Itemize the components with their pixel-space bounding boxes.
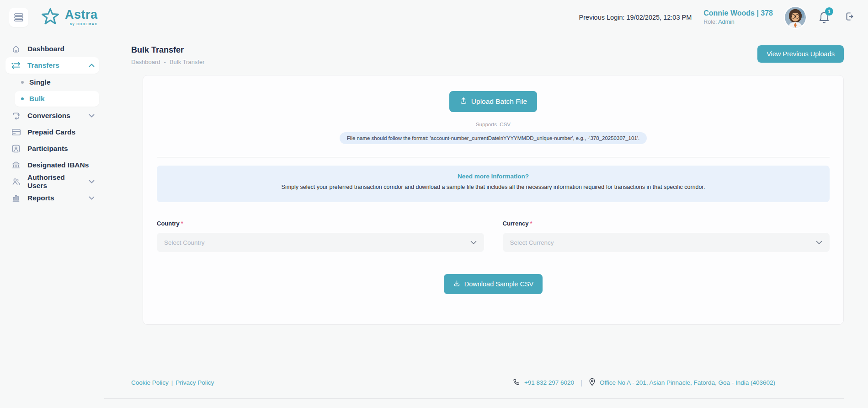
breadcrumb-separator: - [164, 59, 166, 65]
required-mark: * [530, 220, 533, 227]
footer-links: Cookie Policy | Privacy Policy [131, 379, 214, 386]
sidebar-item-participants[interactable]: Participants [5, 140, 99, 157]
page-header: Bulk Transfer Dashboard - Bulk Transfer … [131, 45, 844, 65]
user-info[interactable]: Connie Woods | 378 Role: Admin [703, 9, 773, 25]
participant-icon [11, 144, 21, 153]
logout-icon [843, 11, 855, 24]
privacy-policy-link[interactable]: Privacy Policy [176, 379, 214, 386]
sidebar-item-label: Single [29, 78, 51, 86]
sidebar-item-single[interactable]: Single [15, 75, 99, 90]
upload-batch-file-button[interactable]: Upload Batch File [449, 91, 537, 112]
sidebar-toggle-button[interactable] [9, 8, 28, 27]
sidebar: Dashboard Transfers [0, 34, 104, 408]
logo-byline: by CODEMAX [65, 22, 98, 26]
bulk-transfer-card: Upload Batch File Supports .CSV File nam… [143, 75, 844, 325]
page-footer: Cookie Policy | Privacy Policy +91 832 2… [131, 370, 844, 398]
location-pin-icon [589, 378, 596, 387]
logout-button[interactable] [843, 11, 855, 24]
country-select[interactable]: Select Country [157, 233, 484, 252]
users-icon [11, 177, 21, 186]
upload-icon [459, 97, 468, 107]
info-box: Need more information? Simply select you… [157, 166, 830, 202]
sidebar-item-label: Reports [27, 194, 54, 202]
sidebar-item-label: Conversions [27, 112, 70, 120]
currency-label-text: Currency [503, 220, 529, 227]
sidebar-item-label: Authorised Users [27, 173, 82, 190]
chevron-down-icon [89, 196, 95, 200]
chevron-down-icon [89, 114, 95, 118]
sidebar-item-transfers[interactable]: Transfers [5, 57, 99, 74]
info-box-title: Need more information? [184, 173, 802, 180]
bullet-icon [21, 97, 24, 100]
bell-icon [818, 18, 831, 26]
sidebar-item-label: Designated IBANs [27, 161, 89, 169]
office-address[interactable]: Office No A - 201, Asian Pinnacle, Fator… [600, 379, 775, 386]
sidebar-item-prepaid-cards[interactable]: Prepaid Cards [5, 124, 99, 140]
sidebar-item-label: Dashboard [27, 45, 64, 53]
sidebar-item-bulk[interactable]: Bulk [15, 91, 99, 107]
sidebar-item-conversions[interactable]: Conversions [5, 107, 99, 124]
country-label: Country* [157, 220, 484, 227]
bank-icon [11, 161, 21, 170]
chevron-down-icon [470, 238, 477, 247]
chevron-down-icon [816, 238, 822, 247]
footer-contact: +91 832 297 6020 | Office No A - 201, As… [513, 378, 775, 387]
breadcrumb: Dashboard - Bulk Transfer [131, 59, 205, 65]
bar-chart-icon [11, 193, 21, 203]
sidebar-item-authorised-users[interactable]: Authorised Users [5, 173, 99, 190]
download-button-label: Download Sample CSV [464, 280, 534, 288]
page-title: Bulk Transfer [131, 45, 205, 55]
sidebar-item-designated-ibans[interactable]: Designated IBANs [5, 157, 99, 173]
card-divider [157, 157, 830, 157]
sidebar-item-label: Participants [27, 145, 68, 153]
role-value: Admin [718, 19, 734, 25]
sidebar-item-reports[interactable]: Reports [5, 190, 99, 206]
main-content: Bulk Transfer Dashboard - Bulk Transfer … [104, 34, 868, 408]
currency-field: Currency* Select Currency [503, 220, 830, 252]
currency-select-placeholder: Select Currency [510, 239, 554, 246]
sidebar-item-label: Bulk [29, 95, 45, 103]
user-name: Connie Woods | 378 [703, 9, 773, 17]
info-box-body: Simply select your preferred transaction… [184, 184, 802, 190]
view-previous-uploads-button[interactable]: View Previous Uploads [757, 45, 844, 63]
chevron-up-icon [89, 64, 95, 67]
notification-badge: 1 [825, 7, 833, 16]
sidebar-item-dashboard[interactable]: Dashboard [5, 41, 99, 57]
top-header: Astra by CODEMAX Previous Login: 19/02/2… [0, 0, 868, 34]
phone-number[interactable]: +91 832 297 6020 [524, 379, 574, 386]
currency-label: Currency* [503, 220, 830, 227]
bullet-icon [21, 81, 24, 84]
country-select-placeholder: Select Country [164, 239, 205, 246]
chevron-down-icon [89, 180, 95, 183]
previous-login-text: Previous Login: 19/02/2025, 12:03 PM [579, 14, 692, 21]
corridor-form: Country* Select Country [157, 220, 830, 252]
cookie-policy-link[interactable]: Cookie Policy [131, 379, 169, 386]
supports-csv-text: Supports .CSV [476, 122, 511, 127]
breadcrumb-current: Bulk Transfer [170, 59, 205, 65]
logo-text: Astra by CODEMAX [65, 9, 98, 26]
app-logo[interactable]: Astra by CODEMAX [40, 6, 98, 28]
footer-links-separator: | [171, 379, 173, 386]
sidebar-item-label: Transfers [27, 61, 59, 70]
download-sample-csv-button[interactable]: Download Sample CSV [444, 274, 543, 294]
home-icon [11, 44, 21, 54]
body-row: Dashboard Transfers [0, 34, 868, 408]
user-role: Role: Admin [703, 19, 773, 25]
phone-contact: +91 832 297 6020 [513, 378, 574, 387]
header-left: Astra by CODEMAX [9, 6, 98, 28]
star-logo-icon [40, 6, 60, 28]
header-right: Previous Login: 19/02/2025, 12:03 PM Con… [579, 7, 855, 28]
contact-divider: | [580, 379, 582, 387]
country-field: Country* Select Country [157, 220, 484, 252]
page-heading-block: Bulk Transfer Dashboard - Bulk Transfer [131, 45, 205, 65]
notifications-button[interactable]: 1 [818, 11, 831, 24]
breadcrumb-dashboard[interactable]: Dashboard [131, 59, 160, 65]
download-icon [453, 279, 461, 289]
sidebar-item-label: Prepaid Cards [27, 128, 75, 136]
required-mark: * [181, 220, 183, 227]
download-wrap: Download Sample CSV [444, 274, 543, 294]
logo-name: Astra [65, 9, 98, 21]
currency-select[interactable]: Select Currency [503, 233, 830, 252]
avatar[interactable] [785, 7, 806, 28]
filename-format-note: File name should follow the format: 'acc… [340, 132, 647, 144]
